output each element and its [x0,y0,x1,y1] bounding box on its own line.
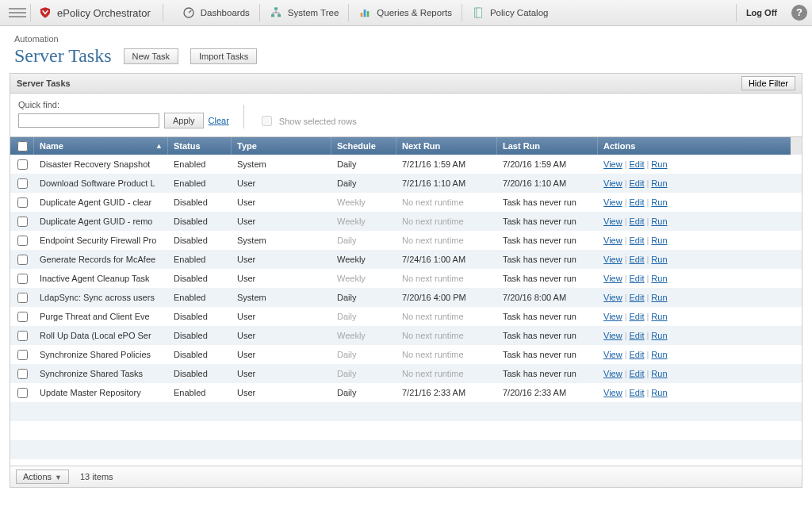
row-checkbox[interactable] [17,255,28,265]
menu-icon[interactable] [5,4,31,21]
col-name[interactable]: Name▲ [34,137,168,155]
new-task-button[interactable]: New Task [124,48,178,64]
actions-dropdown[interactable]: Actions▼ [16,470,69,484]
table-row[interactable]: Download Software Product LEnabledUserDa… [10,174,802,193]
row-checkbox[interactable] [17,388,28,398]
cell-actions: View|Edit|Run [598,269,802,288]
row-checkbox[interactable] [17,312,28,322]
cell-schedule: Daily [331,155,396,174]
import-tasks-button[interactable]: Import Tasks [190,48,257,64]
apply-button[interactable]: Apply [164,113,204,128]
edit-link[interactable]: Edit [630,236,645,245]
edit-link[interactable]: Edit [630,350,645,359]
table-row[interactable]: Synchronize Shared PoliciesDisabledUserD… [10,345,802,364]
row-checkbox[interactable] [17,197,28,208]
run-link[interactable]: Run [651,350,667,359]
nav-system-tree[interactable]: System Tree [260,4,350,21]
row-checkbox[interactable] [17,159,28,170]
run-link[interactable]: Run [651,178,667,188]
col-schedule[interactable]: Schedule [331,137,396,155]
run-link[interactable]: Run [651,312,667,321]
view-link[interactable]: View [603,350,622,359]
view-link[interactable]: View [603,312,622,321]
help-icon[interactable]: ? [791,5,807,21]
row-checkbox[interactable] [17,274,28,284]
view-link[interactable]: View [603,178,622,188]
run-link[interactable]: Run [651,236,667,245]
show-selected-checkbox[interactable] [262,116,272,126]
row-checkbox[interactable] [17,331,28,341]
table-row[interactable]: Update Master RepositoryEnabledUserDaily… [10,383,802,402]
run-link[interactable]: Run [651,369,667,378]
col-last-run[interactable]: Last Run [497,137,598,155]
table-row[interactable]: Roll Up Data (Local ePO SerDisabledUserW… [10,326,802,345]
page-header: Automation Server Tasks New Task Import … [0,26,812,73]
cell-next-run: No next runtime [396,212,497,231]
cell-type: User [232,269,331,288]
table-row[interactable]: LdapSync: Sync across usersEnabledSystem… [10,288,802,307]
nav-policy-catalog[interactable]: Policy Catalog [462,4,558,21]
run-link[interactable]: Run [651,217,667,226]
edit-link[interactable]: Edit [630,312,645,321]
view-link[interactable]: View [603,369,622,378]
view-link[interactable]: View [603,236,622,245]
nav-queries-reports[interactable]: Queries & Reports [349,4,462,21]
run-link[interactable]: Run [651,255,667,264]
edit-link[interactable]: Edit [630,293,645,302]
cell-schedule: Weekly [331,326,396,345]
table-row[interactable]: Endpoint Security Firewall ProDisabledSy… [10,231,802,250]
run-link[interactable]: Run [651,388,667,397]
view-link[interactable]: View [603,197,622,207]
edit-link[interactable]: Edit [630,274,645,283]
edit-link[interactable]: Edit [630,217,645,226]
view-link[interactable]: View [603,388,622,397]
table-row[interactable]: Disaster Recovery SnapshotEnabledSystemD… [10,155,802,174]
table-row[interactable]: Inactive Agent Cleanup TaskDisabledUserW… [10,269,802,288]
row-checkbox[interactable] [17,236,28,246]
run-link[interactable]: Run [651,274,667,283]
run-link[interactable]: Run [651,159,667,169]
mcafee-shield-icon [39,6,52,20]
edit-link[interactable]: Edit [630,369,645,378]
brand[interactable]: ePolicy Orchestrator [39,4,163,21]
row-checkbox[interactable] [17,178,28,189]
quick-find-input[interactable] [18,113,159,128]
col-status[interactable]: Status [168,137,232,155]
view-link[interactable]: View [603,293,622,302]
edit-link[interactable]: Edit [630,331,645,340]
cell-next-run: 7/21/16 1:59 AM [396,155,497,174]
run-link[interactable]: Run [651,293,667,302]
row-checkbox[interactable] [17,293,28,303]
col-type[interactable]: Type [232,137,331,155]
cell-type: User [232,174,331,193]
table-row[interactable]: Duplicate Agent GUID - clearDisabledUser… [10,193,802,212]
edit-link[interactable]: Edit [630,388,645,397]
row-checkbox[interactable] [17,350,28,360]
row-checkbox[interactable] [17,369,28,379]
edit-link[interactable]: Edit [630,178,645,188]
run-link[interactable]: Run [651,197,667,207]
table-row[interactable]: Synchronize Shared TasksDisabledUserDail… [10,364,802,383]
view-link[interactable]: View [603,274,622,283]
view-link[interactable]: View [603,217,622,226]
edit-link[interactable]: Edit [630,197,645,207]
table-row[interactable]: Generate Records for McAfeeEnabledUserWe… [10,250,802,269]
clear-link[interactable]: Clear [209,116,229,125]
view-link[interactable]: View [603,159,622,169]
table-row[interactable]: Purge Threat and Client EveDisabledUserD… [10,307,802,326]
nav-dashboards[interactable]: Dashboards [173,4,260,21]
col-next-run[interactable]: Next Run [396,137,497,155]
log-off-button[interactable]: Log Off [736,4,787,21]
edit-link[interactable]: Edit [630,159,645,169]
table-row[interactable]: Duplicate Agent GUID - remoDisabledUserW… [10,212,802,231]
cell-last-run: 7/20/16 1:10 AM [497,174,598,193]
row-checkbox[interactable] [17,217,28,227]
view-link[interactable]: View [603,331,622,340]
edit-link[interactable]: Edit [630,255,645,264]
hide-filter-button[interactable]: Hide Filter [741,76,795,90]
select-all-checkbox[interactable] [17,141,28,151]
view-link[interactable]: View [603,255,622,264]
run-link[interactable]: Run [651,331,667,340]
cell-name: LdapSync: Sync across users [34,288,168,307]
cell-type: User [232,250,331,269]
